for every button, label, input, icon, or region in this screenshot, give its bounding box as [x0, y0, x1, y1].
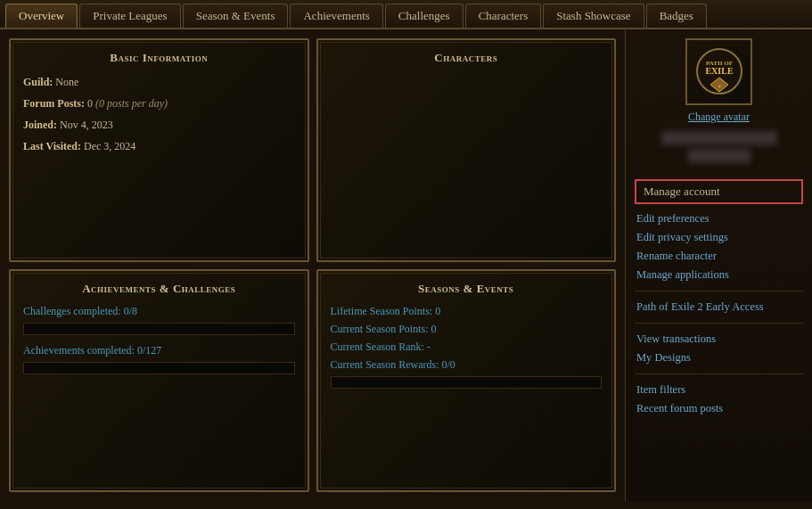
achievements-progress-bar — [23, 362, 295, 374]
current-rank-line: Current Season Rank: - — [331, 341, 603, 354]
username-blurred — [661, 131, 777, 145]
seasons-title: Seasons & Events — [331, 282, 603, 296]
guild-label: Guild: — [23, 76, 53, 88]
tab-characters[interactable]: Characters — [465, 4, 542, 28]
edit-privacy-link[interactable]: Edit privacy settings — [635, 228, 803, 247]
left-panel: Basic Information Guild: None Forum Post… — [0, 29, 625, 501]
joined-label: Joined: — [23, 119, 57, 131]
svg-text:✦: ✦ — [717, 84, 721, 89]
rename-character-link[interactable]: Rename character — [635, 247, 803, 266]
tab-season-events[interactable]: Season & Events — [183, 4, 289, 28]
my-designs-link[interactable]: My Designs — [635, 349, 803, 367]
rewards-progress-bar — [331, 376, 603, 389]
forum-posts-value: 0 (0 posts per day) — [87, 97, 168, 110]
recent-forum-posts-link[interactable]: Recent forum posts — [635, 399, 803, 418]
current-points-line: Current Season Points: 0 — [331, 323, 603, 336]
nav-bar: Overview Private Leagues Season & Events… — [0, 0, 812, 29]
challenges-label: Challenges completed: 0/8 — [23, 305, 295, 318]
characters-title: Characters — [331, 51, 603, 65]
divider-2 — [635, 323, 803, 324]
avatar-frame: PATH OF EXILE ✦ — [685, 38, 752, 105]
tab-overview[interactable]: Overview — [5, 4, 78, 28]
challenges-progress-bar — [23, 323, 295, 335]
change-avatar-link[interactable]: Change avatar — [688, 111, 750, 124]
view-transactions-link[interactable]: View transactions — [635, 330, 803, 349]
forum-posts-label: Forum Posts: — [23, 97, 85, 110]
guild-line: Guild: None — [23, 74, 295, 90]
seasons-panel: Seasons & Events Lifetime Season Points:… — [316, 269, 617, 493]
poe-logo-icon: PATH OF EXILE ✦ — [693, 47, 746, 96]
joined-line: Joined: Nov 4, 2023 — [23, 117, 295, 133]
main-content: Basic Information Guild: None Forum Post… — [0, 29, 812, 501]
achievements-panel: Achievements & Challenges Challenges com… — [9, 269, 309, 493]
tab-badges[interactable]: Badges — [646, 4, 707, 28]
right-sidebar: PATH OF EXILE ✦ Change avatar Manage acc… — [625, 29, 812, 501]
username-blurred2 — [688, 149, 750, 163]
basic-info-panel: Basic Information Guild: None Forum Post… — [9, 38, 309, 262]
guild-value-text: None — [55, 76, 78, 88]
rewards-line: Current Season Rewards: 0/0 — [331, 358, 603, 372]
tab-stash-showcase[interactable]: Stash Showcase — [543, 4, 644, 28]
lifetime-points-line: Lifetime Season Points: 0 — [331, 305, 603, 318]
edit-preferences-link[interactable]: Edit preferences — [635, 209, 803, 228]
tab-private-leagues[interactable]: Private Leagues — [79, 4, 180, 28]
last-visited-label: Last Visited: — [23, 140, 81, 152]
joined-value: Nov 4, 2023 — [60, 119, 113, 131]
tab-achievements[interactable]: Achievements — [290, 4, 382, 28]
achievements-label: Achievements completed: 0/127 — [23, 344, 295, 357]
divider-1 — [635, 291, 803, 291]
svg-text:EXILE: EXILE — [705, 66, 733, 76]
achievements-title: Achievements & Challenges — [23, 282, 295, 296]
item-filters-link[interactable]: Item filters — [635, 381, 803, 399]
manage-account-button[interactable]: Manage account — [635, 179, 803, 204]
last-visited-value: Dec 3, 2024 — [84, 140, 135, 152]
tab-challenges[interactable]: Challenges — [385, 4, 463, 28]
basic-info-title: Basic Information — [23, 51, 295, 65]
last-visited-line: Last Visited: Dec 3, 2024 — [23, 138, 295, 154]
divider-3 — [635, 374, 803, 374]
avatar-section: PATH OF EXILE ✦ Change avatar — [635, 38, 803, 172]
forum-posts-line: Forum Posts: 0 (0 posts per day) — [23, 95, 295, 111]
poe2-early-access-link[interactable]: Path of Exile 2 Early Access — [635, 298, 803, 316]
manage-applications-link[interactable]: Manage applications — [635, 266, 803, 284]
characters-panel: Characters — [316, 38, 617, 262]
